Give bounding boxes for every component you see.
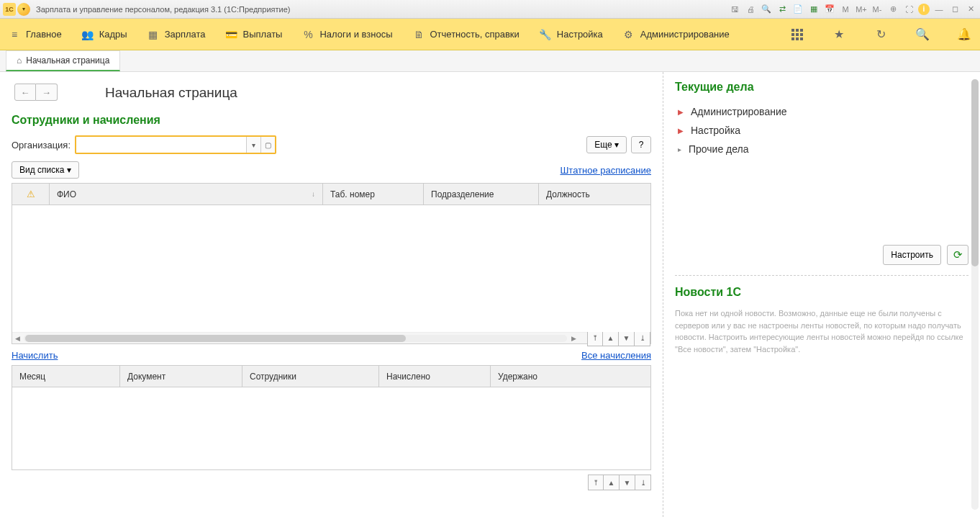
staff-schedule-link[interactable]: Штатное расписание — [560, 165, 651, 176]
col-warning[interactable]: ⚠ — [12, 184, 50, 204]
menu-salary[interactable]: ▦Зарплата — [148, 29, 206, 40]
nav-up-button[interactable]: ▲ — [603, 331, 619, 346]
nav-down-button[interactable]: ▼ — [620, 475, 635, 490]
col-employees[interactable]: Сотрудники — [242, 366, 379, 387]
tasks-title: Текущие дела — [675, 81, 968, 94]
nav-first-button[interactable]: ⤒ — [588, 475, 604, 490]
all-calculations-link[interactable]: Все начисления — [581, 350, 651, 361]
menu-taxes-label: Налоги и взносы — [319, 29, 392, 40]
refresh-button[interactable]: ⟳ — [947, 245, 968, 265]
toolbar-row: Вид списка ▾ Штатное расписание — [12, 161, 651, 179]
zoom-menu-icon[interactable]: ⛶ — [902, 3, 915, 16]
compare-icon[interactable]: ⇄ — [776, 3, 789, 16]
report-icon: 🗎 — [413, 29, 425, 40]
calendar-icon[interactable]: 📅 — [823, 3, 836, 16]
employees-table: ⚠ ФИО↓ Таб. номер Подразделение Должност… — [12, 183, 651, 344]
preview-icon[interactable]: 🔍 — [760, 3, 773, 16]
nav-buttons: ← → — [14, 84, 58, 101]
menu-payments[interactable]: 💳Выплаты — [226, 29, 283, 40]
configure-button[interactable]: Настроить — [883, 245, 941, 265]
tab-home[interactable]: ⌂ Начальная страница — [6, 50, 120, 71]
nav-first-button[interactable]: ⤒ — [587, 331, 603, 346]
content-area: ← → Начальная страница Сотрудники и начи… — [0, 72, 980, 517]
memory-mminus-icon[interactable]: M- — [871, 3, 884, 16]
col-fio-label: ФИО — [57, 189, 76, 199]
org-input-group: ▾ ▢ — [75, 135, 276, 154]
zoom-in-icon[interactable]: ⊕ — [886, 3, 899, 16]
more-button-label: Еще — [594, 140, 612, 150]
more-button[interactable]: Еще ▾ — [586, 136, 627, 153]
org-open-button[interactable]: ▢ — [260, 137, 275, 153]
col-month[interactable]: Месяц — [12, 366, 120, 387]
col-accrued[interactable]: Начислено — [379, 366, 491, 387]
col-deducted[interactable]: Удержано — [491, 366, 650, 387]
side-divider — [675, 275, 968, 276]
nav-down-button[interactable]: ▼ — [619, 331, 635, 346]
app-logo-icon: 1C — [3, 3, 16, 16]
help-button[interactable]: ? — [631, 136, 651, 153]
col-dept[interactable]: Подразделение — [424, 184, 539, 204]
star-icon[interactable]: ★ — [832, 27, 846, 42]
marker-icon: ▸ — [678, 145, 681, 153]
employees-table-header: ⚠ ФИО↓ Таб. номер Подразделение Должност… — [12, 184, 650, 205]
col-document[interactable]: Документ — [120, 366, 242, 387]
app-menu-dropdown[interactable] — [17, 3, 30, 16]
minimize-icon[interactable]: — — [933, 3, 945, 16]
menu-hr-label: Кадры — [99, 29, 127, 40]
col-position[interactable]: Должность — [539, 184, 650, 204]
task-label: Прочие дела — [689, 143, 749, 155]
employees-hscroll[interactable]: ◀ ▶ ⤒ ▲ ▼ ⤓ — [12, 332, 650, 343]
scroll-right-icon[interactable]: ▶ — [568, 335, 579, 342]
document-icon[interactable]: 📄 — [791, 3, 804, 16]
menu-hr[interactable]: 👥Кадры — [82, 29, 127, 40]
bell-icon[interactable]: 🔔 — [957, 27, 971, 42]
main-column: ← → Начальная страница Сотрудники и начи… — [0, 72, 663, 517]
scroll-track[interactable] — [24, 335, 567, 342]
view-mode-button[interactable]: Вид списка ▾ — [12, 161, 79, 179]
org-input[interactable] — [76, 137, 246, 153]
org-label: Организация: — [12, 140, 71, 150]
table-icon: ▦ — [148, 29, 159, 40]
info-icon[interactable]: i — [918, 4, 930, 15]
scroll-left-icon[interactable]: ◀ — [12, 335, 22, 342]
menu-settings[interactable]: 🔧Настройка — [540, 29, 603, 40]
chevron-down-icon: ▾ — [614, 140, 619, 150]
menu-main[interactable]: ≡Главное — [9, 29, 62, 40]
col-tabno[interactable]: Таб. номер — [323, 184, 424, 204]
org-dropdown-button[interactable]: ▾ — [246, 137, 260, 153]
task-item-other[interactable]: ▸Прочие дела — [678, 140, 968, 158]
calc-links-row: Начислить Все начисления — [12, 350, 651, 361]
warning-icon: ⚠ — [27, 189, 35, 199]
col-fio[interactable]: ФИО↓ — [50, 184, 323, 204]
apps-icon[interactable] — [790, 27, 804, 42]
maximize-icon[interactable]: ◻ — [948, 3, 961, 16]
save-icon[interactable]: 🖫 — [728, 3, 741, 16]
news-title: Новости 1С — [675, 286, 968, 299]
search-icon[interactable]: 🔍 — [915, 27, 930, 42]
nav-up-button[interactable]: ▲ — [604, 475, 620, 490]
close-icon[interactable]: ✕ — [964, 3, 977, 16]
task-item-admin[interactable]: ▶Администрирование — [678, 102, 968, 121]
accruals-table-body[interactable] — [12, 387, 650, 469]
memory-mplus-icon[interactable]: M+ — [855, 3, 868, 16]
history-icon[interactable]: ↻ — [874, 27, 888, 42]
side-scrollbar[interactable] — [971, 79, 979, 510]
side-scroll-thumb[interactable] — [971, 79, 979, 266]
scroll-thumb[interactable] — [25, 335, 406, 342]
calculate-link[interactable]: Начислить — [12, 350, 58, 361]
tab-home-label: Начальная страница — [26, 55, 109, 66]
nav-last-button[interactable]: ⤓ — [635, 331, 650, 346]
task-label: Администрирование — [691, 106, 787, 117]
employees-table-body[interactable] — [12, 205, 650, 332]
calculator-icon[interactable]: ▦ — [807, 3, 820, 16]
task-item-settings[interactable]: ▶Настройка — [678, 121, 968, 140]
menu-reports[interactable]: 🗎Отчетность, справки — [413, 29, 520, 40]
section-title-employees: Сотрудники и начисления — [12, 114, 651, 127]
nav-forward-button[interactable]: → — [36, 84, 58, 101]
menu-admin[interactable]: ⚙Администрирование — [623, 29, 730, 40]
nav-back-button[interactable]: ← — [14, 84, 36, 101]
nav-last-button[interactable]: ⤓ — [635, 475, 651, 490]
memory-m-icon[interactable]: M — [839, 3, 852, 16]
menu-taxes[interactable]: %Налоги и взносы — [302, 29, 392, 40]
print-icon[interactable]: 🖨 — [744, 3, 757, 16]
